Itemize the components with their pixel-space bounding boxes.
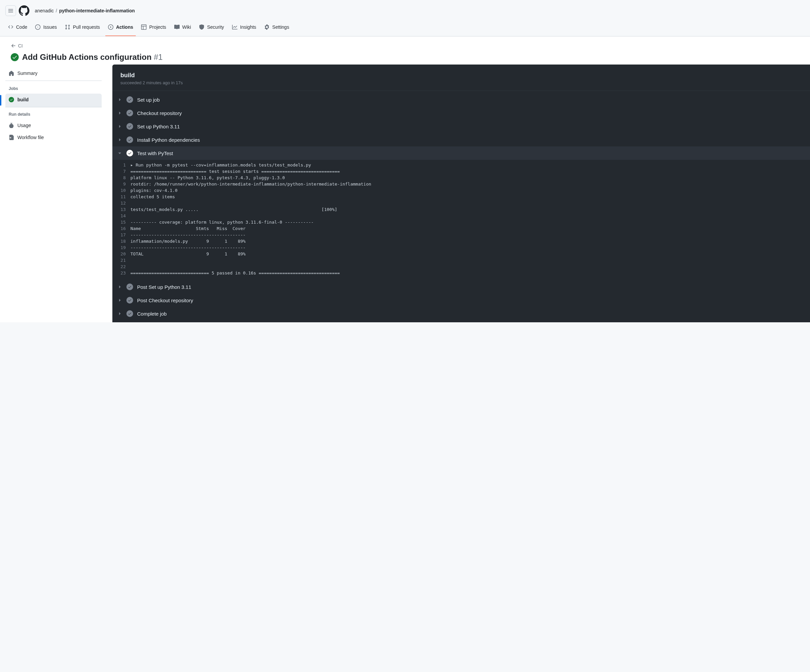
log-panel: build succeeded 2 minutes ago in 17s Set… — [112, 64, 810, 322]
job-subtitle: succeeded 2 minutes ago in 17s — [120, 80, 802, 85]
log-text: ---------- coverage: platform linux, pyt… — [130, 220, 810, 225]
log-line[interactable]: 17--------------------------------------… — [112, 232, 810, 238]
log-text: inflammation/models.py 9 1 89% — [130, 239, 810, 244]
issues-icon — [35, 24, 40, 30]
sidebar-heading-jobs: Jobs — [5, 84, 102, 94]
check-circle-icon — [127, 283, 133, 290]
breadcrumb-repo[interactable]: python-intermediate-inflammation — [59, 8, 135, 13]
log-line[interactable]: 14 — [112, 213, 810, 219]
check-circle-icon — [127, 297, 133, 303]
check-circle-icon — [127, 150, 133, 157]
chevron-right-icon — [117, 124, 122, 129]
step-test-pytest[interactable]: Test with PyTest — [112, 147, 810, 160]
code-icon — [8, 24, 14, 30]
arrow-left-icon — [11, 43, 16, 49]
log-text: Name Stmts Miss Cover — [130, 226, 810, 231]
tab-wiki[interactable]: Wiki — [172, 19, 194, 36]
sidebar-item-usage[interactable]: Usage — [5, 120, 102, 131]
tab-pulls[interactable]: Pull requests — [62, 19, 103, 36]
line-number: 1 — [117, 162, 130, 167]
sidebar-item-summary[interactable]: Summary — [5, 67, 102, 81]
log-line[interactable]: 10plugins: cov-4.1.0 — [112, 187, 810, 194]
log-text: ▸ Run python -m pytest --cov=inflammatio… — [130, 162, 810, 167]
sidebar-item-workflow-file[interactable]: Workflow file — [5, 131, 102, 143]
log-line[interactable]: 11collected 5 items — [112, 194, 810, 200]
log-text — [130, 213, 810, 218]
run-number: #1 — [154, 52, 163, 62]
line-number: 13 — [117, 207, 130, 212]
tab-projects-label: Projects — [149, 22, 166, 32]
log-text: ============================= test sessi… — [130, 169, 810, 174]
chevron-right-icon — [117, 137, 122, 142]
line-number: 10 — [117, 188, 130, 193]
status-success-icon — [11, 53, 19, 61]
log-line[interactable]: 21 — [112, 257, 810, 263]
log-line[interactable]: 7============================= test sess… — [112, 168, 810, 175]
log-text: rootdir: /home/runner/work/python-interm… — [130, 182, 810, 187]
home-icon — [9, 71, 14, 76]
run-title: Add GitHub Actions configuration #1 — [22, 52, 162, 62]
step-install-deps[interactable]: Install Python dependencies — [112, 133, 810, 147]
hamburger-button[interactable] — [5, 5, 16, 16]
log-line[interactable]: 8platform linux -- Python 3.11.6, pytest… — [112, 175, 810, 181]
tab-insights[interactable]: Insights — [230, 19, 259, 36]
github-logo[interactable] — [19, 5, 29, 16]
step-post-python[interactable]: Post Set up Python 3.11 — [112, 280, 810, 293]
check-circle-icon — [127, 310, 133, 317]
line-number: 8 — [117, 175, 130, 180]
log-line[interactable]: 22 — [112, 263, 810, 270]
check-circle-icon — [127, 109, 133, 116]
log-line[interactable]: 23============================== 5 passe… — [112, 270, 810, 276]
log-line[interactable]: 15---------- coverage: platform linux, p… — [112, 219, 810, 225]
step-label: Install Python dependencies — [137, 137, 200, 143]
line-number: 11 — [117, 194, 130, 199]
back-link[interactable]: CI — [11, 43, 799, 49]
graph-icon — [232, 24, 238, 30]
log-line[interactable]: 18inflammation/models.py 9 1 89% — [112, 238, 810, 244]
step-checkout[interactable]: Checkout repository — [112, 106, 810, 120]
sidebar-heading-details: Run details — [5, 109, 102, 120]
line-number: 7 — [117, 169, 130, 174]
tab-issues[interactable]: Issues — [32, 19, 59, 36]
step-setup-python[interactable]: Set up Python 3.11 — [112, 120, 810, 133]
breadcrumb-owner[interactable]: anenadic — [35, 8, 54, 13]
log-line[interactable]: 13tests/test_models.py ..... [100%] — [112, 206, 810, 213]
sidebar-job-build[interactable]: build — [5, 94, 102, 107]
tab-actions[interactable]: Actions — [105, 19, 136, 36]
line-number: 23 — [117, 271, 130, 276]
tab-insights-label: Insights — [240, 22, 256, 32]
step-label: Test with PyTest — [137, 150, 173, 156]
chevron-right-icon — [117, 311, 122, 316]
line-number: 9 — [117, 182, 130, 187]
check-circle-icon — [127, 96, 133, 103]
job-title: build — [120, 72, 802, 79]
run-title-text: Add GitHub Actions configuration — [22, 52, 152, 62]
step-post-checkout[interactable]: Post Checkout repository — [112, 293, 810, 307]
log-line[interactable]: 1▸ Run python -m pytest --cov=inflammati… — [112, 162, 810, 168]
sidebar-usage-label: Usage — [17, 123, 31, 128]
line-number: 17 — [117, 232, 130, 237]
tab-projects[interactable]: Projects — [138, 19, 169, 36]
log-line[interactable]: 19--------------------------------------… — [112, 244, 810, 251]
tab-security-label: Security — [207, 22, 224, 32]
tab-wiki-label: Wiki — [182, 22, 191, 32]
tab-security[interactable]: Security — [196, 19, 227, 36]
tab-settings[interactable]: Settings — [262, 19, 292, 36]
git-pull-request-icon — [65, 24, 70, 30]
tab-code[interactable]: Code — [5, 19, 30, 36]
log-line[interactable]: 20TOTAL 9 1 89% — [112, 251, 810, 257]
sidebar-summary-label: Summary — [17, 71, 37, 76]
step-label: Checkout repository — [137, 110, 182, 116]
step-complete[interactable]: Complete job — [112, 307, 810, 320]
step-label: Complete job — [137, 311, 167, 317]
log-line[interactable]: 12 — [112, 200, 810, 206]
step-setup-job[interactable]: Set up job — [112, 93, 810, 106]
step-list: Set up job Checkout repository Set up Py… — [112, 91, 810, 322]
log-line[interactable]: 9rootdir: /home/runner/work/python-inter… — [112, 181, 810, 187]
log-line[interactable]: 16Name Stmts Miss Cover — [112, 225, 810, 232]
step-label: Set up Python 3.11 — [137, 124, 180, 130]
log-text: platform linux -- Python 3.11.6, pytest-… — [130, 175, 810, 180]
chevron-right-icon — [117, 110, 122, 116]
run-sidebar: Summary Jobs build Run details Usage Wor… — [0, 64, 107, 149]
chevron-right-icon — [117, 284, 122, 290]
